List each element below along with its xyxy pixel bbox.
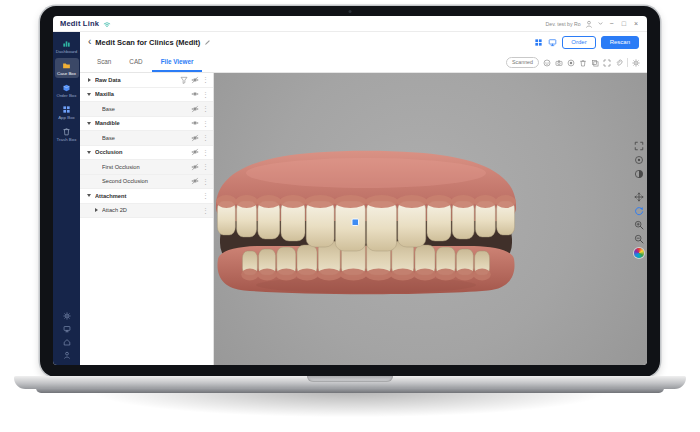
row-menu-icon[interactable]: ⋮: [202, 192, 209, 199]
page-title: Medit Scan for Clinics (Medit): [95, 38, 200, 47]
titlebar: Medit Link Dev. test by Ro − □ ×: [53, 16, 647, 32]
chevron-right-icon[interactable]: [86, 78, 92, 82]
zoom-out-icon[interactable]: [634, 234, 644, 244]
app-logo: Medit Link: [60, 19, 99, 28]
tree-row-raw-data-0[interactable]: Raw Data ⋮: [80, 73, 213, 88]
fit-icon[interactable]: [603, 59, 611, 67]
record-icon[interactable]: [567, 59, 575, 67]
sidebar: Dashboard Case Box Order Box App Box Tra…: [53, 32, 80, 365]
tabs: ScanCADFile Viewer: [88, 53, 202, 72]
tree-row-occlusion-5[interactable]: Occlusion ⋮: [80, 146, 213, 161]
tree-row-base-2[interactable]: Base ⋮: [80, 102, 213, 117]
tree-row-base-4[interactable]: Base ⋮: [80, 131, 213, 146]
monitor-icon[interactable]: [63, 325, 71, 333]
chart-icon: [62, 39, 71, 48]
tree-row-first-occlusion-6[interactable]: First Occlusion ⋮: [80, 160, 213, 175]
laptop-base: [14, 376, 686, 389]
camera-icon[interactable]: [555, 59, 563, 67]
contrast-icon[interactable]: [634, 169, 644, 179]
header-actions: Order Rescan: [534, 36, 639, 49]
chevron-down-icon[interactable]: [86, 122, 92, 125]
rescan-button[interactable]: Rescan: [601, 36, 639, 49]
row-menu-icon[interactable]: ⋮: [202, 178, 209, 185]
selection-marker[interactable]: [352, 219, 359, 226]
eye-off-icon[interactable]: [191, 105, 199, 113]
filter-icon[interactable]: [180, 76, 188, 84]
display-icon[interactable]: [548, 38, 557, 47]
dental-scan-model[interactable]: [214, 145, 526, 295]
row-menu-icon[interactable]: ⋮: [202, 105, 209, 112]
tab-scan[interactable]: Scan: [88, 53, 120, 72]
move-icon[interactable]: [634, 192, 644, 202]
eye-icon[interactable]: [191, 90, 199, 98]
tab-file-viewer[interactable]: File Viewer: [152, 53, 203, 72]
sidebar-item-order-box[interactable]: Order Box: [55, 80, 79, 100]
tree-row-maxilla-1[interactable]: Maxilla ⋮: [80, 88, 213, 103]
webcam: [349, 10, 352, 13]
tree-row-mandible-3[interactable]: Mandible ⋮: [80, 117, 213, 132]
color-wheel-icon[interactable]: [634, 248, 644, 258]
minimize-button[interactable]: −: [608, 20, 616, 27]
rotate-icon[interactable]: [634, 206, 644, 216]
laptop-screen-bezel: Medit Link Dev. test by Ro − □ × Dashboa…: [40, 6, 660, 377]
settings-icon[interactable]: [632, 59, 640, 67]
zoom-in-icon[interactable]: [634, 220, 644, 230]
sidebar-item-case-box[interactable]: Case Box: [55, 58, 79, 78]
row-menu-icon[interactable]: ⋮: [202, 120, 209, 127]
viewer-toolbar: Scanned: [499, 53, 647, 72]
gear-icon[interactable]: [63, 312, 71, 320]
chevron-down-icon[interactable]: [86, 194, 92, 197]
copy-icon[interactable]: [591, 59, 599, 67]
wifi-icon: [103, 20, 111, 28]
laptop-shadow: [55, 391, 645, 421]
user-avatar-icon[interactable]: [585, 20, 593, 28]
3d-viewport[interactable]: [214, 73, 647, 365]
grid4-icon: [62, 105, 71, 114]
tree-row-attach-2d-9[interactable]: Attach 2D ⋮: [80, 204, 213, 219]
eye-off-icon[interactable]: [191, 134, 199, 142]
sidebar-item-trash-box[interactable]: Trash Box: [55, 124, 79, 144]
sidebar-items: Dashboard Case Box Order Box App Box Tra…: [55, 36, 79, 144]
eye-off-icon[interactable]: [191, 76, 199, 84]
home-icon[interactable]: [63, 338, 71, 346]
target-icon[interactable]: [634, 155, 644, 165]
eye-off-icon[interactable]: [191, 177, 199, 185]
edit-title-icon[interactable]: [204, 39, 211, 46]
eye-off-icon[interactable]: [191, 163, 199, 171]
close-button[interactable]: ×: [632, 20, 640, 27]
view-toolbar: [634, 141, 644, 258]
smile-icon[interactable]: [543, 59, 551, 67]
row-menu-icon[interactable]: ⋮: [202, 134, 209, 141]
maximize-button[interactable]: □: [620, 20, 628, 27]
row-menu-icon[interactable]: ⋮: [202, 163, 209, 170]
eye-off-icon[interactable]: [191, 148, 199, 156]
sidebar-item-app-box[interactable]: App Box: [55, 102, 79, 122]
tabbar: ScanCADFile Viewer Scanned: [80, 53, 647, 73]
chevron-right-icon[interactable]: [93, 208, 99, 212]
trash-icon[interactable]: [579, 59, 587, 67]
folder-icon: [62, 61, 71, 70]
row-menu-icon[interactable]: ⋮: [202, 149, 209, 156]
fit-icon[interactable]: [634, 141, 644, 151]
order-button[interactable]: Order: [562, 36, 595, 49]
back-icon[interactable]: ‹: [88, 37, 91, 47]
row-menu-icon[interactable]: ⋮: [202, 76, 209, 83]
laptop-mockup: Medit Link Dev. test by Ro − □ × Dashboa…: [0, 0, 700, 432]
chevron-down-icon[interactable]: [86, 93, 92, 96]
chevron-down-icon[interactable]: [86, 151, 92, 154]
chevron-down-icon[interactable]: [597, 20, 604, 27]
eye-icon[interactable]: [191, 119, 199, 127]
scanned-badge: Scanned: [506, 57, 539, 67]
row-menu-icon[interactable]: ⋮: [202, 91, 209, 98]
page-header: ‹ Medit Scan for Clinics (Medit) Order R…: [80, 32, 647, 53]
tree-row-second-occlusion-7[interactable]: Second Occlusion ⋮: [80, 175, 213, 190]
tab-cad[interactable]: CAD: [120, 53, 151, 72]
sidebar-item-dashboard[interactable]: Dashboard: [55, 36, 79, 56]
person-icon[interactable]: [63, 351, 71, 359]
laptop-base-notch: [307, 376, 393, 382]
row-menu-icon[interactable]: ⋮: [202, 207, 209, 214]
user-label: Dev. test by Ro: [546, 21, 581, 27]
tree-row-attachment-8[interactable]: Attachment ⋮: [80, 189, 213, 204]
link-icon[interactable]: [615, 59, 623, 67]
layout-grid-icon[interactable]: [534, 38, 543, 47]
